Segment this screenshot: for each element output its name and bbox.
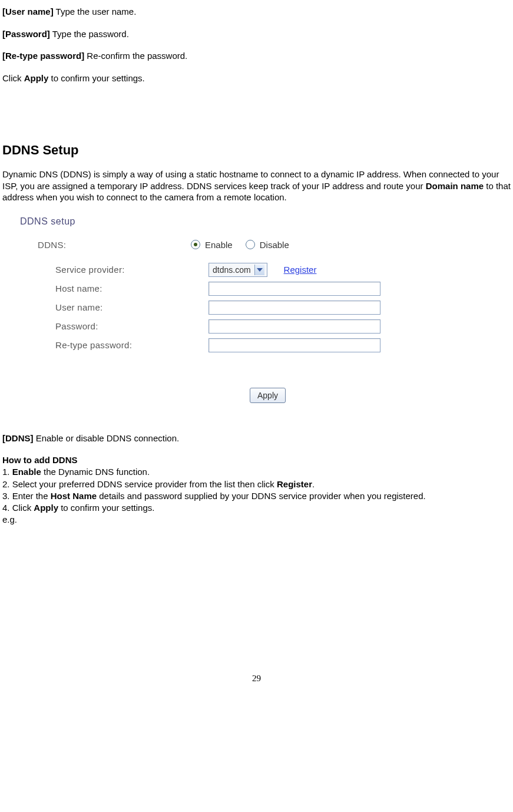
how-heading: How to add DDNS (2, 454, 511, 466)
intro-paragraph: Dynamic DNS (DDNS) is simply a way of us… (2, 169, 511, 203)
chevron-down-icon (254, 265, 264, 275)
ddns-bold-label: [DDNS] (2, 433, 34, 443)
username-label: [User name] (2, 6, 54, 16)
password-desc: [Password] Type the password. (2, 28, 511, 40)
user-name-input[interactable] (208, 301, 380, 315)
click-apply-line: Click Apply to confirm your settings. (2, 72, 511, 84)
click-suffix: to confirm your settings. (48, 73, 144, 83)
step-1: 1. Enable the Dynamic DNS function. (2, 466, 511, 478)
ddns-screenshot: DDNS setup DDNS: Enable Disable Service … (20, 216, 421, 403)
register-link[interactable]: Register (284, 265, 317, 275)
password-field-label: Password: (20, 321, 208, 331)
section-title: DDNS Setup (2, 143, 511, 158)
enable-radio[interactable] (191, 240, 200, 249)
retype-label: [Re-type password] (2, 51, 84, 61)
retype-password-input[interactable] (208, 338, 380, 352)
apply-word: Apply (24, 73, 49, 83)
host-name-input[interactable] (208, 282, 380, 296)
service-provider-label: Service provider: (20, 265, 208, 275)
intro-part1: Dynamic DNS (DDNS) is simply a way of us… (2, 169, 499, 191)
page-number: 29 (2, 674, 511, 684)
service-provider-value: dtdns.com (213, 265, 251, 275)
step-4: 4. Click Apply to confirm your settings. (2, 502, 511, 514)
password-text: Type the password. (50, 29, 129, 39)
retype-text: Re-confirm the password. (84, 51, 187, 61)
ddns-desc: [DDNS] Enable or disable DDNS connection… (2, 433, 511, 444)
disable-radio[interactable] (246, 240, 255, 249)
eg-line: e.g. (2, 514, 511, 526)
disable-label: Disable (260, 240, 289, 250)
step-3: 3. Enter the Host Name details and passw… (2, 490, 511, 502)
apply-button[interactable]: Apply (250, 388, 286, 403)
username-desc: [User name] Type the user name. (2, 6, 511, 18)
username-text: Type the user name. (54, 6, 137, 16)
retype-password-label: Re-type password: (20, 340, 208, 350)
click-prefix: Click (2, 73, 24, 83)
screenshot-title: DDNS setup (20, 216, 421, 227)
service-provider-select[interactable]: dtdns.com (208, 263, 267, 277)
retype-desc: [Re-type password] Re-confirm the passwo… (2, 50, 511, 62)
step-2: 2. Select your preferred DDNS service pr… (2, 478, 511, 490)
enable-label: Enable (205, 240, 233, 250)
ddns-label: DDNS: (20, 240, 191, 250)
how-to-add-ddns: How to add DDNS 1. Enable the Dynamic DN… (2, 454, 511, 526)
host-name-label: Host name: (20, 283, 208, 293)
domain-name-bold: Domain name (426, 181, 484, 191)
password-input[interactable] (208, 319, 380, 334)
password-label: [Password] (2, 29, 50, 39)
ddns-desc-text: Enable or disable DDNS connection. (34, 433, 180, 443)
user-name-label: User name: (20, 302, 208, 312)
